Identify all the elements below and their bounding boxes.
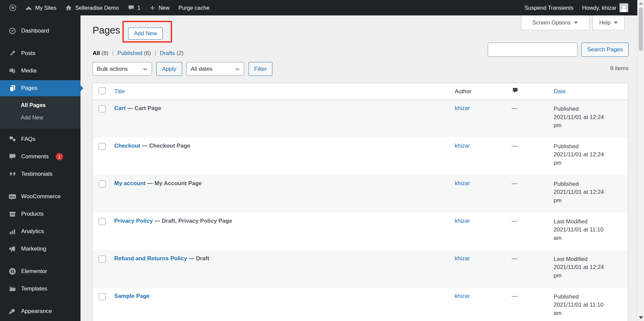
apply-button[interactable]: Apply xyxy=(156,62,182,76)
author-link[interactable]: khizar xyxy=(455,180,470,186)
help-button[interactable]: Help xyxy=(593,15,625,30)
page-title-link[interactable]: Refund and Returns Policy xyxy=(114,255,187,262)
bulk-actions-value: Bulk actions xyxy=(97,66,128,72)
search-input[interactable] xyxy=(488,43,578,57)
purge-cache-menu[interactable]: Purge cache xyxy=(174,0,214,15)
suspend-transients-label: Suspend Transients xyxy=(525,5,574,11)
select-all-checkbox[interactable] xyxy=(99,87,106,94)
page-state: — Cart Page xyxy=(127,105,161,111)
submenu-all-pages[interactable]: All Pages xyxy=(0,99,80,111)
author-link[interactable]: khizar xyxy=(455,105,470,111)
author-link[interactable]: khizar xyxy=(455,293,470,299)
wordpress-logo-menu[interactable]: W xyxy=(5,0,21,15)
megaphone-icon xyxy=(9,245,16,253)
sidebar-item-posts[interactable]: Posts xyxy=(0,45,80,61)
sidebar-item-appearance[interactable]: Appearance xyxy=(0,303,80,319)
sidebar-item-templates[interactable]: Templates xyxy=(0,281,80,297)
new-content-menu[interactable]: New xyxy=(145,0,174,15)
comment-count: — xyxy=(512,143,518,149)
svg-text:Woo: Woo xyxy=(10,195,15,198)
view-drafts[interactable]: Drafts (2) xyxy=(160,50,183,57)
sidebar-item-media[interactable]: Media xyxy=(0,63,80,79)
page-title-link[interactable]: My account xyxy=(114,180,146,186)
column-header-date[interactable]: Date xyxy=(554,88,566,95)
screen-options-label: Screen Options xyxy=(532,19,571,26)
account-menu[interactable]: Howdy, khizar xyxy=(578,0,633,15)
row-checkbox[interactable] xyxy=(99,218,106,225)
sidebar-item-elementor[interactable]: Elementor xyxy=(0,263,80,279)
avatar xyxy=(620,3,628,12)
help-label: Help xyxy=(599,19,611,26)
separator: | xyxy=(112,50,113,57)
row-checkbox[interactable] xyxy=(99,180,106,188)
admin-sidebar: Dashboard Posts Media Pages All Pages xyxy=(0,15,80,321)
sidebar-item-comments[interactable]: Comments 1 xyxy=(0,149,80,165)
date-value: 2021/11/01 at 11:10 am xyxy=(554,226,611,242)
date-status: Last Modified xyxy=(554,218,625,226)
table-toolbar: Bulk actions Apply All dates Filter xyxy=(93,62,272,76)
plus-icon xyxy=(149,5,156,11)
sidebar-item-pages[interactable]: Pages xyxy=(0,80,80,96)
author-link[interactable]: khizar xyxy=(455,255,470,262)
home-icon xyxy=(65,4,72,11)
all-dates-select[interactable]: All dates xyxy=(186,62,244,76)
column-header-title[interactable]: Title xyxy=(114,88,125,95)
page-state: — My Account Page xyxy=(147,180,202,186)
screen-options-button[interactable]: Screen Options xyxy=(521,15,589,30)
suspend-transients-menu[interactable]: Suspend Transients xyxy=(520,0,578,15)
row-checkbox[interactable] xyxy=(99,143,106,150)
scrollbar-thumb[interactable] xyxy=(639,7,643,51)
scroll-down-arrow-icon[interactable] xyxy=(639,316,643,319)
submenu-label: All Pages xyxy=(21,102,46,108)
chevron-down-icon xyxy=(143,66,148,71)
sidebar-item-analytics[interactable]: Analytics xyxy=(0,223,80,239)
date-value: 2021/11/01 at 12:24 pm xyxy=(554,263,611,280)
sidebar-item-label: Media xyxy=(21,67,37,74)
page-title-link[interactable]: Sample Page xyxy=(114,293,150,299)
new-label: New xyxy=(159,5,170,11)
row-checkbox[interactable] xyxy=(99,256,106,263)
date-status: Published xyxy=(554,180,625,189)
view-all[interactable]: All (8) xyxy=(93,50,108,57)
page-state: — Draft xyxy=(189,255,209,262)
search-pages-button[interactable]: Search Pages xyxy=(581,43,629,57)
my-sites-menu[interactable]: My Sites xyxy=(21,0,61,15)
sidebar-item-testimonials[interactable]: Testimonials xyxy=(0,166,80,182)
howdy-label: Howdy, khizar xyxy=(582,5,616,11)
table-row: Refund and Returns Policy — Draft khizar… xyxy=(93,250,628,288)
filter-button[interactable]: Filter xyxy=(249,62,273,76)
vertical-scrollbar[interactable] xyxy=(637,0,644,321)
sidebar-item-label: Appearance xyxy=(21,308,52,315)
sidebar-item-faqs[interactable]: FAQs xyxy=(0,131,80,147)
table-header-row: Title Author Date xyxy=(93,83,628,100)
page-title: Pages xyxy=(93,25,120,36)
page-title-link[interactable]: Cart xyxy=(114,105,126,111)
sidebar-item-products[interactable]: Products xyxy=(0,206,80,222)
add-new-button[interactable]: Add New xyxy=(128,28,163,40)
author-link[interactable]: khizar xyxy=(455,218,470,224)
page-title-link[interactable]: Privacy Policy xyxy=(114,218,153,224)
sidebar-item-marketing[interactable]: Marketing xyxy=(0,241,80,257)
site-name-menu[interactable]: Selleradise Demo xyxy=(61,0,123,15)
dashboard-icon xyxy=(9,27,16,35)
row-checkbox[interactable] xyxy=(99,105,106,112)
row-checkbox[interactable] xyxy=(99,293,106,300)
sidebar-item-label: Pages xyxy=(21,85,37,92)
submenu-add-new[interactable]: Add New xyxy=(0,111,80,124)
sidebar-item-label: Analytics xyxy=(21,228,44,235)
author-link[interactable]: khizar xyxy=(455,143,470,149)
admin-bar: W My Sites Selleradise Demo 1 New xyxy=(0,0,637,15)
purge-cache-label: Purge cache xyxy=(178,5,210,11)
bulk-actions-select[interactable]: Bulk actions xyxy=(93,62,152,76)
admin-bar-comments[interactable]: 1 xyxy=(123,0,145,15)
separator: | xyxy=(155,50,156,57)
sidebar-item-woocommerce[interactable]: Woo WooCommerce xyxy=(0,189,80,205)
comment-bubble-icon xyxy=(128,4,135,11)
date-value: 2021/11/01 at 12:24 pm xyxy=(554,188,611,205)
scroll-up-arrow-icon[interactable] xyxy=(639,2,643,5)
view-published[interactable]: Published (6) xyxy=(117,50,151,57)
wordpress-logo-icon: W xyxy=(9,4,16,11)
sidebar-item-dashboard[interactable]: Dashboard xyxy=(0,23,80,39)
page-title-link[interactable]: Checkout xyxy=(114,143,140,149)
sidebar-item-label: Templates xyxy=(21,285,47,292)
